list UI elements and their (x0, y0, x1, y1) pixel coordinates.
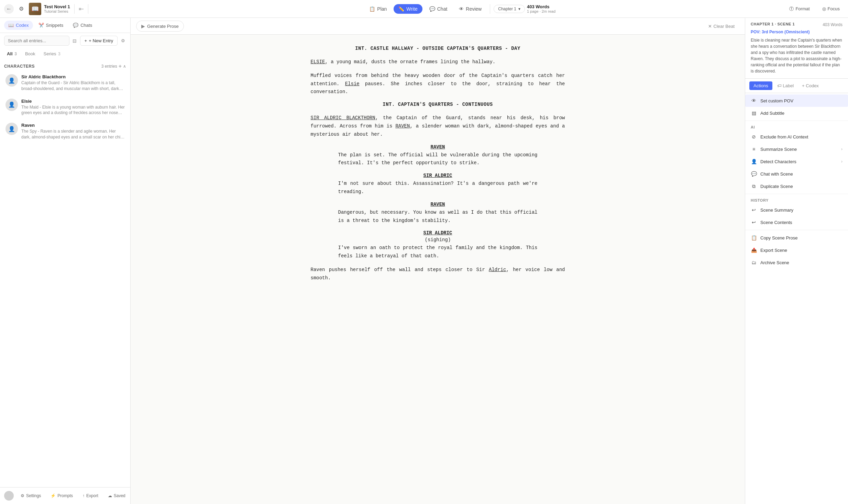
topbar-right: Ⓣ Format ◎ Focus (785, 4, 844, 14)
topbar-center: 📋 Plan ✏️ Write 💬 Chat 👁 Review Chapter … (137, 4, 782, 14)
action-item-scene-contents[interactable]: ↩ Scene Contents (745, 216, 848, 228)
tab-actions[interactable]: Actions (749, 81, 772, 90)
tab-plan[interactable]: 📋 Plan (364, 4, 392, 14)
entry-tab-book[interactable]: Book (22, 50, 38, 58)
saved-icon: ☁ (108, 493, 112, 498)
list-item[interactable]: 👤 Sir Aldric Blackthorn Captain of the G… (3, 71, 128, 95)
word-count: 403 Words (527, 4, 555, 9)
action-item-summarize-scene[interactable]: ≡ Summarize Scene › (745, 143, 848, 155)
main-layout: 📖 Codex ✂️ Snippets 💬 Chats ⊟ + + New En… (0, 18, 848, 504)
divider (745, 121, 848, 121)
character-name: Sir Aldric Blackthorn (21, 74, 125, 79)
sidebar-tab-codex[interactable]: 📖 Codex (4, 21, 33, 30)
characters-section-title: Characters (4, 64, 35, 69)
entry-tab-all[interactable]: All 3 (4, 50, 20, 58)
tab-write[interactable]: ✏️ Write (394, 4, 422, 14)
add-character-button[interactable]: + (119, 63, 122, 69)
archive-icon: 🗂 (751, 259, 757, 266)
tab-label[interactable]: 🏷 Label (774, 81, 797, 90)
editor-area: ▶ Generate Prose ✕ Clear Beat INT. CASTL… (131, 18, 745, 504)
action-item-add-subtitle[interactable]: ▤ Add Subtitle (745, 107, 848, 119)
character-mention: Elsie (345, 81, 360, 87)
prompts-bottom-button[interactable]: ⚡ Prompts (48, 492, 76, 500)
character-list: 👤 Sir Aldric Blackthorn Captain of the G… (0, 71, 130, 487)
tab-review[interactable]: 👁 Review (454, 4, 486, 14)
sidebar-settings-button[interactable]: ⚙ (120, 36, 126, 46)
copy-icon: 📋 (751, 235, 757, 241)
chapter-selector[interactable]: Chapter 1 ▾ (494, 5, 525, 13)
action-item-detect-characters[interactable]: 👤 Detect Characters › (745, 155, 848, 168)
chevron-right-icon: › (841, 159, 843, 164)
clear-beat-button[interactable]: ✕ Clear Beat (703, 21, 739, 31)
list-item[interactable]: 👤 Elsie The Maid - Elsie is a young woma… (3, 95, 128, 120)
book-series: Tutorial Series (44, 9, 70, 13)
character-mention: RAVEN (395, 123, 410, 129)
tab-chat[interactable]: 💬 Chat (425, 4, 452, 14)
scene-heading-1: INT. CASTLE HALLWAY - OUTSIDE CAPTAIN'S … (311, 46, 565, 51)
tab-codex[interactable]: + Codex (799, 81, 822, 90)
avatar: 👤 (5, 123, 18, 135)
chat-icon: 💬 (751, 171, 757, 177)
exclude-icon: ⊘ (751, 134, 757, 140)
sidebar-tab-snippets[interactable]: ✂️ Snippets (34, 21, 68, 30)
entry-type-tabs: All 3 Book Series 3 (0, 48, 130, 60)
section-actions: 3 entries + ∧ (101, 63, 126, 69)
action-item-scene-summary[interactable]: ↩ Scene Summary (745, 204, 848, 216)
back-button[interactable]: ← (4, 4, 14, 14)
format-icon: Ⓣ (789, 6, 794, 12)
settings-bottom-button[interactable]: ⚙ Settings (18, 492, 44, 500)
chats-icon: 💬 (73, 23, 78, 28)
filter-button[interactable]: ⊟ (71, 36, 78, 46)
format-button[interactable]: Ⓣ Format (785, 4, 814, 14)
list-item[interactable]: 👤 Raven The Spy - Raven is a slender and… (3, 119, 128, 144)
collapse-characters-button[interactable]: ∧ (123, 64, 126, 69)
action-item-export-scene[interactable]: 📤 Export Scene (745, 244, 848, 256)
plus-icon: + (85, 38, 87, 43)
settings-icon-btn[interactable]: ⚙ (16, 4, 26, 14)
eye-icon: 👁 (751, 98, 757, 104)
avatar: 👤 (5, 74, 18, 87)
new-entry-button[interactable]: + + New Entry (80, 36, 118, 46)
collapse-sidebar-button[interactable]: ⇤ (79, 5, 84, 13)
chevron-down-icon: ▾ (518, 7, 520, 11)
editor-content[interactable]: INT. CASTLE HALLWAY - OUTSIDE CAPTAIN'S … (283, 35, 593, 504)
saved-bottom-button[interactable]: ☁ Saved (105, 492, 128, 500)
scene-heading-2: INT. CAPTAIN'S QUARTERS - CONTINUOUS (311, 102, 565, 107)
separator (74, 4, 75, 14)
character-info: Sir Aldric Blackthorn Captain of the Gua… (21, 74, 125, 92)
entry-tab-series[interactable]: Series 3 (41, 50, 63, 58)
generate-prose-button[interactable]: ▶ Generate Prose (136, 21, 184, 32)
action-item-chat-scene[interactable]: 💬 Chat with Scene (745, 168, 848, 180)
character-name: Raven (21, 123, 125, 128)
pov-label[interactable]: POV: 3rd Person (Omniscient) (751, 30, 843, 34)
history-icon: ↩ (751, 207, 757, 213)
character-description: Captain of the Guard - Sir Aldric Blackt… (21, 80, 125, 92)
word-count-block: 403 Words 1 page · 2m read (527, 4, 555, 13)
character-description: The Maid - Elsie is a young woman with a… (21, 104, 125, 116)
export-bottom-button[interactable]: ↑ Export (80, 492, 101, 500)
character-info: Elsie The Maid - Elsie is a young woman … (21, 99, 125, 116)
actions-panel: Actions 🏷 Label + Codex 👁 Set custom POV (745, 79, 848, 504)
divider (745, 194, 848, 194)
action-text: Muffled voices from behind the heavy woo… (311, 72, 565, 96)
separator2 (88, 4, 88, 14)
action-item-exclude-ai[interactable]: ⊘ Exclude from AI Context (745, 131, 848, 143)
focus-button[interactable]: ◎ Focus (818, 4, 844, 13)
action-item-set-custom-pov[interactable]: 👁 Set custom POV (745, 94, 848, 107)
parenthetical: (sighing) (311, 237, 565, 243)
topbar: ← ⚙ 📖 Test Novel 1 Tutorial Series ⇤ 📋 P… (0, 0, 848, 18)
action-item-duplicate-scene[interactable]: ⧉ Duplicate Scene (745, 180, 848, 192)
user-avatar (4, 491, 14, 501)
history-icon: ↩ (751, 219, 757, 225)
divider (745, 230, 848, 230)
action-item-copy-scene-prose[interactable]: 📋 Copy Scene Prose (745, 232, 848, 244)
action-item-archive-scene[interactable]: 🗂 Archive Scene (745, 256, 848, 269)
character-name: Elsie (21, 99, 125, 104)
search-input[interactable] (4, 36, 69, 46)
dialogue-text: I've sworn an oath to protect the royal … (311, 244, 565, 260)
chevron-right-icon: › (841, 147, 843, 152)
character-name-dialogue: SIR ALDRIC (311, 173, 565, 178)
characters-count: 3 entries (101, 64, 117, 69)
tag-icon: 🏷 (777, 83, 782, 88)
sidebar-tab-chats[interactable]: 💬 Chats (69, 21, 96, 30)
